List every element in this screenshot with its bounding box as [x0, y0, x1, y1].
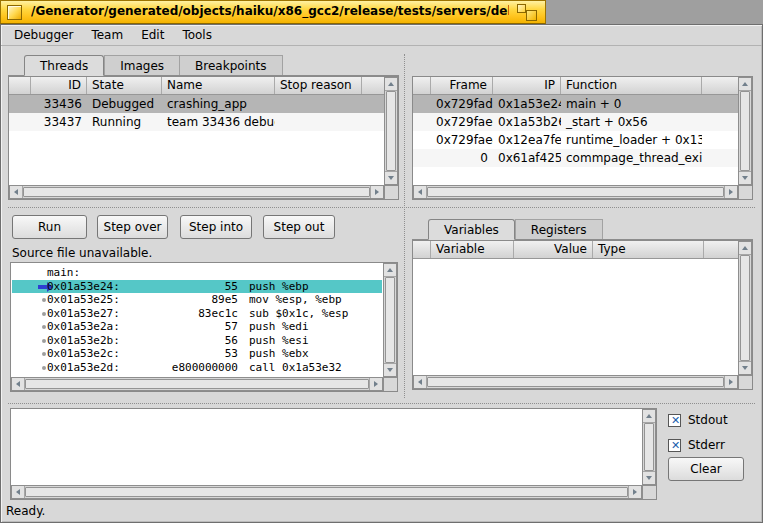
menu-item-team[interactable]: Team — [82, 25, 132, 45]
zoom-icon — [526, 10, 537, 21]
menu-item-edit[interactable]: Edit — [132, 25, 173, 45]
vertical-scrollbar[interactable] — [383, 263, 397, 377]
vertical-scroll-thumb[interactable] — [385, 277, 395, 363]
disassembly-line[interactable]: 0x01a53e27:83ec1csub $0x1c, %esp — [12, 307, 382, 321]
horizontal-scroll-thumb[interactable] — [23, 187, 370, 197]
scroll-left-button[interactable] — [414, 186, 427, 198]
scroll-left-button[interactable] — [10, 186, 23, 198]
vertical-scrollbar[interactable] — [738, 77, 752, 185]
header-cell-state[interactable]: State — [87, 77, 162, 94]
tab-images[interactable]: Images — [104, 55, 180, 75]
vertical-scrollbar[interactable] — [738, 241, 752, 375]
zoom-button[interactable] — [517, 4, 537, 21]
vertical-scrollbar[interactable] — [384, 77, 398, 185]
header-cell-icon[interactable] — [413, 77, 431, 94]
horizontal-scroll-thumb[interactable] — [25, 487, 628, 497]
vertical-scroll-thumb[interactable] — [386, 91, 396, 171]
disassembly-line[interactable]: 0x01a53e24:55push %ebp — [12, 280, 382, 294]
scroll-down-button[interactable] — [739, 171, 751, 184]
breakpoint-bullet-icon[interactable] — [42, 339, 46, 343]
tab-variables[interactable]: Variables — [428, 219, 515, 240]
vertical-scroll-thumb[interactable] — [740, 91, 750, 171]
header-cell-ip[interactable]: IP — [493, 77, 561, 94]
disassembly-line[interactable]: 0x01a53e2d:e800000000call 0x1a53e32 — [12, 361, 382, 375]
breakpoint-bullet-icon[interactable] — [42, 325, 46, 329]
stderr-checkbox[interactable]: ✕ — [668, 439, 681, 452]
scroll-up-button[interactable] — [384, 264, 396, 277]
scroll-right-button[interactable] — [369, 378, 382, 390]
table-row[interactable]: 0x729fade00x1a53e24main + 0 — [413, 95, 738, 113]
disassembly-line[interactable]: 0x01a53e2b:56push %esi — [12, 334, 382, 348]
scroll-right-button[interactable] — [724, 186, 737, 198]
scroll-left-button[interactable] — [414, 376, 427, 388]
titlebar[interactable]: /Generator/generated/objects/haiku/x86_g… — [0, 0, 546, 24]
table-row[interactable]: 33436Debuggedcrashing_app — [9, 95, 384, 113]
scroll-right-button[interactable] — [724, 376, 737, 388]
console-output[interactable] — [10, 408, 657, 500]
clear-button[interactable]: Clear — [668, 457, 744, 481]
step-out-button[interactable]: Step out — [263, 215, 335, 239]
header-cell-stop-reason[interactable]: Stop reason — [275, 77, 362, 94]
scroll-right-button[interactable] — [628, 486, 641, 498]
scroll-up-button[interactable] — [385, 78, 397, 91]
breakpoint-bullet-icon[interactable] — [42, 352, 46, 356]
disassembly-line[interactable]: 0x01a53e25:89e5mov %esp, %ebp — [12, 293, 382, 307]
table-row[interactable]: 0x729fae080x1a53b26_start + 0x56 — [413, 113, 738, 131]
tab-breakpoints[interactable]: Breakpoints — [180, 55, 282, 75]
horizontal-scrollbar[interactable] — [11, 485, 642, 499]
breakpoint-bullet-icon[interactable] — [42, 312, 46, 316]
scroll-right-button[interactable] — [370, 186, 383, 198]
horizontal-scrollbar[interactable] — [413, 185, 738, 199]
table-row[interactable]: 00x61af4258commpage_thread_exit + 0 — [413, 149, 738, 167]
step-over-button[interactable]: Step over — [97, 215, 168, 239]
horizontal-scrollbar[interactable] — [11, 377, 383, 391]
header-cell-type[interactable]: Type — [593, 241, 704, 258]
vertical-scroll-thumb[interactable] — [644, 423, 654, 471]
header-cell-name[interactable]: Name — [162, 77, 275, 94]
header-cell-function[interactable]: Function — [561, 77, 702, 94]
up-arrow-icon — [387, 268, 393, 272]
header-cell-variable[interactable]: Variable — [431, 241, 514, 258]
disassembly-line[interactable]: 0x01a53e32:5bpop %ebx — [12, 374, 382, 376]
disassembly-line[interactable]: 0x01a53e2c:53push %ebx — [12, 347, 382, 361]
scroll-up-button[interactable] — [739, 78, 751, 91]
scroll-up-button[interactable] — [643, 410, 655, 423]
breakpoint-bullet-icon[interactable] — [42, 298, 46, 302]
breakpoint-bullet-icon[interactable] — [42, 366, 46, 370]
disassembly-line[interactable]: 0x01a53e2a:57push %edi — [12, 320, 382, 334]
menu-item-tools[interactable]: Tools — [173, 25, 221, 45]
horizontal-scrollbar[interactable] — [413, 375, 738, 389]
scroll-up-button[interactable] — [739, 242, 751, 255]
vertical-splitter[interactable] — [404, 54, 405, 398]
close-button[interactable] — [7, 5, 22, 20]
run-button[interactable]: Run — [12, 215, 87, 239]
table-row[interactable]: 0x729fae480x12ea7feruntime_loader + 0x13… — [413, 131, 738, 149]
vertical-scroll-thumb[interactable] — [740, 255, 750, 361]
header-cell-id[interactable]: ID — [31, 77, 87, 94]
scroll-down-button[interactable] — [385, 171, 397, 184]
horizontal-scroll-thumb[interactable] — [25, 379, 369, 389]
disassembly-content[interactable]: main:0x01a53e24:55push %ebp0x01a53e25:89… — [12, 264, 382, 376]
stdout-checkbox[interactable]: ✕ — [668, 414, 681, 427]
horizontal-scroll-thumb[interactable] — [427, 187, 724, 197]
header-cell-frame[interactable]: Frame — [431, 77, 493, 94]
header-cell-icon[interactable] — [413, 241, 431, 258]
horizontal-splitter-bottom[interactable] — [8, 403, 755, 404]
horizontal-scroll-thumb[interactable] — [427, 377, 724, 387]
scroll-left-button[interactable] — [12, 486, 25, 498]
scroll-down-button[interactable] — [384, 363, 396, 376]
horizontal-scrollbar[interactable] — [9, 185, 384, 199]
scroll-down-button[interactable] — [643, 471, 655, 484]
vertical-scrollbar[interactable] — [642, 409, 656, 485]
header-cell-icon[interactable] — [9, 77, 31, 94]
scroll-down-button[interactable] — [739, 361, 751, 374]
right-arrow-icon — [729, 189, 733, 195]
scroll-left-button[interactable] — [12, 378, 25, 390]
table-row[interactable]: 33437Runningteam 33436 debug task — [9, 113, 384, 131]
step-into-button[interactable]: Step into — [180, 215, 252, 239]
tab-registers[interactable]: Registers — [515, 219, 603, 239]
horizontal-splitter-top[interactable] — [8, 207, 755, 208]
tab-threads[interactable]: Threads — [24, 55, 104, 76]
header-cell-value[interactable]: Value — [514, 241, 593, 258]
menu-item-debugger[interactable]: Debugger — [5, 25, 82, 45]
